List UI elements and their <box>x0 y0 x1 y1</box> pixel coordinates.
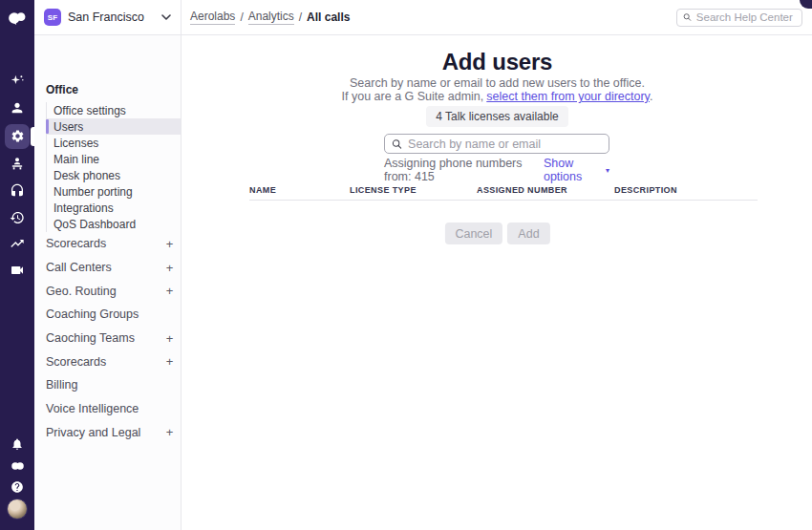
sidebar-item-integrations[interactable]: Integrations <box>47 200 181 216</box>
sidebar-item-main-line[interactable]: Main line <box>47 151 181 167</box>
sidebar-group-label: Scorecards <box>46 355 106 369</box>
sidebar-group-label: Scorecards <box>46 237 106 250</box>
user-search-box[interactable] <box>384 134 609 154</box>
workspace-switcher[interactable]: SF San Francisco <box>34 0 182 34</box>
add-button[interactable]: Add <box>507 223 549 244</box>
workspace-avatar: SF <box>44 9 61 26</box>
search-icon <box>683 12 692 22</box>
subtitle-line-2: If you are a G Suite admin,select them f… <box>182 90 812 103</box>
app-window: SF San Francisco Aerolabs / Analytics / … <box>0 0 812 530</box>
office-submenu: Office settings Users Licenses Main line… <box>46 102 181 232</box>
sidebar-group-label: Call Centers <box>46 261 112 274</box>
sidebar-group-label: Billing <box>46 378 77 392</box>
sidebar-group-scorecards-2[interactable]: Scorecards + <box>46 350 181 373</box>
column-header-description: DESCRIPTION <box>614 185 677 195</box>
breadcrumb-current: All calls <box>307 11 350 24</box>
help-search-box[interactable] <box>676 9 802 27</box>
sidebar-item-number-porting[interactable]: Number porting <box>47 183 181 200</box>
rail-item-agents[interactable] <box>5 151 30 176</box>
sidebar-item-label: Office settings <box>53 104 126 117</box>
table-divider <box>249 200 758 201</box>
expand-plus-icon[interactable]: + <box>165 426 174 438</box>
breadcrumb-separator: / <box>240 11 243 24</box>
top-header: SF San Francisco Aerolabs / Analytics / … <box>34 0 812 35</box>
subtitle-prefix: If you are a G Suite admin, <box>342 90 484 103</box>
sidebar-item-desk-phones[interactable]: Desk phones <box>47 167 181 183</box>
show-options-link[interactable]: Show options ▾ <box>544 157 609 183</box>
sidebar-item-users[interactable]: Users <box>47 118 181 135</box>
column-header-license-type: LICENSE TYPE <box>350 185 417 195</box>
expand-plus-icon[interactable]: + <box>165 238 174 250</box>
expand-plus-icon[interactable]: + <box>165 355 174 368</box>
sidebar-item-office-settings[interactable]: Office settings <box>47 102 181 118</box>
licenses-badge: 4 Talk licenses available <box>426 106 568 127</box>
expand-plus-icon[interactable]: + <box>165 285 174 297</box>
workspace-name: San Francisco <box>68 11 144 24</box>
sidebar-group-call-centers[interactable]: Call Centers + <box>46 256 181 280</box>
sidebar-groups: Scorecards + Call Centers + Geo. Routing… <box>46 232 181 444</box>
page-title: Add users <box>182 49 812 75</box>
sidebar-group-label: Caoching Teams <box>46 331 135 345</box>
history-clock-icon <box>10 210 25 225</box>
rail-item-settings-active[interactable] <box>5 123 30 148</box>
sidebar-group-caoching-teams[interactable]: Caoching Teams + <box>46 327 181 350</box>
user-avatar <box>7 498 28 519</box>
video-camera-icon <box>10 263 25 278</box>
sidebar-item-label: QoS Dashboard <box>53 218 136 231</box>
help-search-input[interactable] <box>696 11 796 23</box>
sidebar-item-label: Licenses <box>53 137 98 150</box>
sidebar-group-scorecards[interactable]: Scorecards + <box>46 232 181 256</box>
rail-item-support[interactable] <box>5 179 30 203</box>
users-table-header: NAME LICENSE TYPE ASSIGNED NUMBER DESCRI… <box>182 185 812 197</box>
directory-link[interactable]: select them from your directory <box>486 90 650 103</box>
user-search-input[interactable] <box>408 138 602 151</box>
rail-item-analytics[interactable] <box>5 231 30 256</box>
show-options-label: Show options <box>544 157 602 183</box>
form-actions: Cancel Add <box>444 223 549 244</box>
sidebar-group-billing[interactable]: Billing <box>46 373 181 397</box>
gear-icon <box>11 129 25 143</box>
expand-plus-icon[interactable]: + <box>165 262 174 274</box>
column-header-assigned-number: ASSIGNED NUMBER <box>477 185 567 195</box>
rail-item-history[interactable] <box>5 205 30 230</box>
sidebar-group-label: Privacy and Legal <box>46 426 140 439</box>
dialpad-logo-icon <box>7 11 28 26</box>
main-content: Add users Search by name or email to add… <box>182 35 812 530</box>
person-icon <box>10 100 25 116</box>
sidebar-group-label: Voice Intelligence <box>46 402 139 415</box>
subtitle-line-1: Search by name or email to add new users… <box>182 76 812 90</box>
breadcrumb-link-analytics[interactable]: Analytics <box>248 10 294 25</box>
search-icon <box>392 138 402 150</box>
agent-desk-icon <box>10 156 25 171</box>
sidebar-item-label: Number porting <box>53 185 133 199</box>
rail-item-contacts[interactable] <box>5 95 30 120</box>
sidebar-item-licenses[interactable]: Licenses <box>47 135 181 151</box>
breadcrumb-link-aerolabs[interactable]: Aerolabs <box>190 10 235 25</box>
breadcrumb-separator: / <box>299 11 302 24</box>
rail-item-ai-assistant[interactable] <box>5 68 30 93</box>
sidebar-item-label: Desk phones <box>53 169 120 182</box>
sidebar-group-label: Geo. Routing <box>46 285 117 298</box>
rail-item-meetings[interactable] <box>5 258 30 283</box>
sidebar-section-title: Office <box>46 83 78 96</box>
sidebar-group-voice-intelligence[interactable]: Voice Intelligence <box>46 397 181 421</box>
column-header-name: NAME <box>249 185 276 195</box>
trending-up-icon <box>10 236 25 251</box>
active-rail-indicator <box>31 127 34 146</box>
cancel-button[interactable]: Cancel <box>444 223 502 244</box>
ai-sparkles-icon <box>10 73 26 89</box>
licenses-badge-wrap: 4 Talk licenses available <box>182 106 812 127</box>
sidebar-group-privacy-and-legal[interactable]: Privacy and Legal + <box>46 421 181 445</box>
rail-item-profile[interactable] <box>5 497 30 521</box>
sidebar-item-label: Users <box>53 120 83 134</box>
settings-sidebar: Office Office settings Users Licenses Ma… <box>34 35 182 530</box>
breadcrumb: Aerolabs / Analytics / All calls <box>182 0 350 34</box>
caret-down-icon: ▾ <box>606 166 609 175</box>
sidebar-group-geo-routing[interactable]: Geo. Routing + <box>46 279 181 303</box>
icon-rail <box>0 0 34 530</box>
sidebar-group-label: Coaching Groups <box>46 307 139 321</box>
expand-plus-icon[interactable]: + <box>165 332 174 345</box>
sidebar-item-label: Main line <box>53 153 99 166</box>
sidebar-group-coaching-groups[interactable]: Coaching Groups <box>46 303 181 327</box>
sidebar-item-qos-dashboard[interactable]: QoS Dashboard <box>47 216 181 232</box>
